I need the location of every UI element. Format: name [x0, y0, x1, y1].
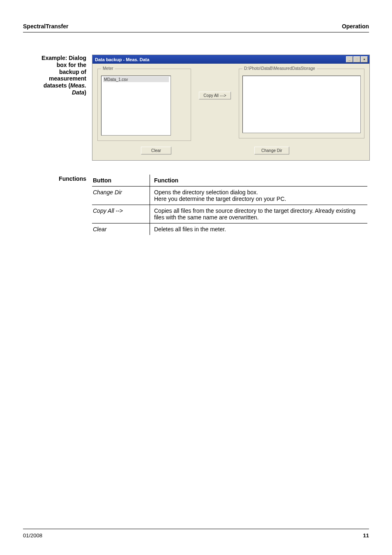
button-cell: Change Dir — [92, 187, 150, 205]
caption-line: measurement — [49, 75, 86, 82]
desc-cell: Copies all files from the source directo… — [150, 205, 368, 223]
footer-page-number: 11 — [363, 532, 369, 539]
caption-line: box for the — [57, 62, 86, 68]
caption-line: backup of — [59, 69, 86, 75]
dialog-title: Data backup - Meas. Data — [95, 57, 150, 62]
list-item[interactable]: MData_1.csv — [103, 77, 169, 82]
col-button-header: Button — [92, 175, 150, 187]
caption-line: datasets ( — [44, 82, 70, 89]
table-row: Change Dir Opens the directory selection… — [92, 187, 367, 205]
header-right: Operation — [342, 23, 369, 30]
header-left: SpectralTransfer — [23, 23, 69, 30]
desc-cell: Opens the directory selection dialog box… — [150, 187, 368, 205]
maximize-icon[interactable]: □ — [353, 56, 360, 62]
target-path-label: D:\Photo\DataB\MeasuredDataStorage — [242, 66, 317, 71]
table-row: Copy All --> Copies all files from the s… — [92, 205, 367, 223]
close-icon[interactable]: × — [361, 56, 368, 62]
target-file-list[interactable] — [242, 76, 361, 133]
clear-button[interactable]: Clear — [141, 147, 171, 154]
desc-cell: Deletes all files in the meter. — [150, 223, 368, 235]
caption-line: ) — [84, 89, 86, 96]
meter-file-list[interactable]: MData_1.csv — [101, 76, 171, 136]
table-row: Clear Deletes all files in the meter. — [92, 223, 367, 235]
col-function-header: Function — [150, 175, 368, 187]
target-groupbox: D:\Photo\DataB\MeasuredDataStorage — [239, 69, 364, 138]
dialog-titlebar: Data backup - Meas. Data _ □ × — [92, 55, 369, 64]
meter-groupbox: Meter MData_1.csv — [97, 69, 191, 141]
button-cell: Copy All --> — [92, 205, 150, 223]
backup-dialog: Data backup - Meas. Data _ □ × Meter MDa… — [92, 55, 370, 161]
button-cell: Clear — [92, 223, 150, 235]
caption-line: Meas. — [70, 82, 86, 89]
caption-line: Data — [72, 89, 84, 96]
change-dir-button[interactable]: Change Dir — [254, 147, 289, 154]
copy-all-button[interactable]: Copy All ---> — [199, 92, 231, 99]
window-controls: _ □ × — [346, 56, 368, 62]
footer-date: 01/2008 — [23, 532, 42, 539]
page-header: SpectralTransfer Operation — [23, 23, 369, 32]
example-caption: Example: Dialog box for the backup of me… — [23, 55, 92, 96]
functions-heading: Functions — [23, 175, 92, 182]
meter-group-label: Meter — [101, 66, 115, 71]
page-footer: 01/2008 11 — [23, 529, 369, 539]
functions-table: Button Function Change Dir Opens the dir… — [92, 175, 367, 235]
minimize-icon[interactable]: _ — [346, 56, 353, 62]
caption-line: Example: Dialog — [42, 55, 86, 61]
